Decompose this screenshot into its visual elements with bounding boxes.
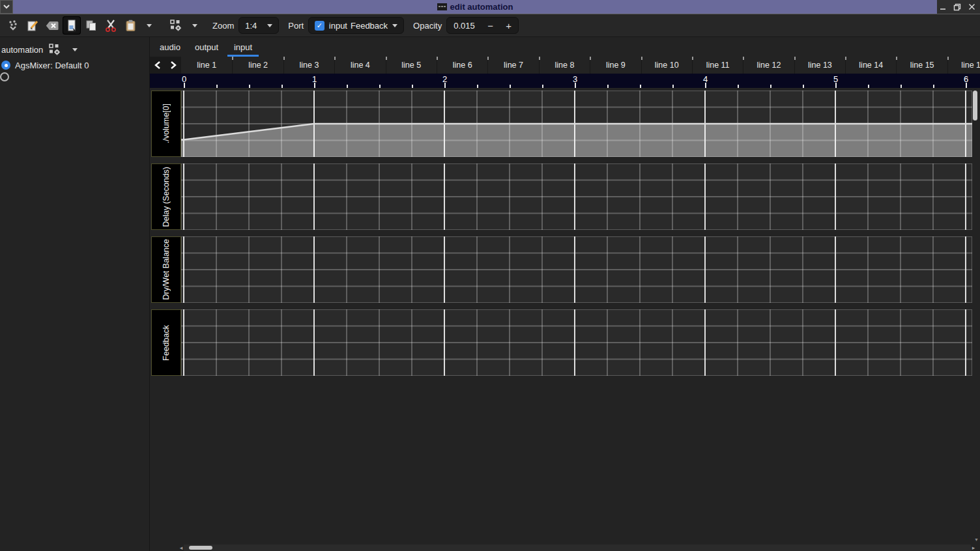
close-icon	[968, 3, 975, 10]
channel-tabs: audio output input	[150, 37, 980, 57]
chevron-down-icon	[267, 24, 272, 27]
tab-line-7[interactable]: line 7	[487, 57, 538, 74]
machine-radio-selected[interactable]	[1, 61, 10, 70]
automation-lanes: ./volume[0] Delay (Seconds) Dry/Wet Bala…	[150, 88, 980, 551]
tab-line-13[interactable]: line 13	[794, 57, 845, 74]
close-button[interactable]	[966, 1, 977, 13]
lane-delay-seconds: Delay (Seconds)	[151, 163, 972, 230]
toolbar: Zoom 1:4 Port ✓ input Feedback Opacity 0…	[0, 14, 980, 37]
position-tool-icon	[7, 20, 19, 31]
port-scope: input	[329, 21, 347, 31]
cut-tool-icon	[105, 20, 117, 32]
tab-line-15[interactable]: line 15	[896, 57, 947, 74]
tab-line-10[interactable]: line 10	[641, 57, 692, 74]
horizontal-scrollbar-track[interactable]	[184, 544, 971, 551]
paste-tool-icon	[125, 20, 136, 32]
tab-audio[interactable]: audio	[154, 37, 186, 57]
window-controls	[937, 0, 980, 14]
tab-line-3[interactable]: line 3	[283, 57, 334, 74]
machine-radio-row[interactable]	[0, 72, 149, 82]
zoom-combobox[interactable]: 1:4	[238, 17, 279, 34]
machine-sidebar: automation AgsMixer: Default 0	[0, 37, 150, 551]
maximize-button[interactable]	[951, 1, 963, 13]
machine-selector-icon[interactable]	[49, 44, 61, 56]
port-label: Port	[288, 21, 304, 31]
horizontal-scrollbar-thumb[interactable]	[189, 546, 212, 550]
machine-radio-row[interactable]: AgsMixer: Default 0	[1, 60, 149, 70]
tab-output[interactable]: output	[191, 37, 222, 57]
lane-grid-dry-wet-balance[interactable]	[181, 236, 972, 303]
zoom-label: Zoom	[212, 21, 234, 31]
machine-selector-button[interactable]	[167, 16, 185, 35]
chevron-right-icon	[170, 61, 177, 69]
paste-tool-button[interactable]	[121, 16, 139, 35]
tab-line-16[interactable]: line 16	[947, 57, 980, 74]
opacity-label: Opacity	[413, 21, 442, 31]
port-checkbox[interactable]: ✓	[315, 21, 324, 31]
ruler-number: 0	[182, 74, 186, 84]
machine-radio-unselected[interactable]	[0, 72, 9, 81]
copy-tool-icon	[85, 20, 97, 31]
position-tool-button[interactable]	[4, 16, 22, 35]
cut-tool-button[interactable]	[102, 16, 120, 35]
titlebar-drag-area[interactable]: edit automation	[13, 0, 937, 14]
machine-selector-icon	[170, 20, 182, 32]
lane-volume: ./volume[0]	[151, 91, 972, 157]
horizontal-scrollbar[interactable]: ◂ ▸	[179, 544, 976, 551]
select-tool-button[interactable]	[63, 16, 81, 35]
tab-line-4[interactable]: line 4	[334, 57, 385, 74]
chevron-down-icon	[192, 24, 197, 27]
tab-line-2[interactable]: line 2	[232, 57, 283, 74]
tab-line-12[interactable]: line 12	[743, 57, 794, 74]
titlebar: edit automation	[0, 0, 980, 14]
line-tabs-prev-button[interactable]	[150, 57, 166, 74]
tab-line-5[interactable]: line 5	[386, 57, 437, 74]
lane-label-feedback: Feedback	[151, 309, 181, 376]
port-name: Feedback	[351, 21, 388, 31]
machine-dropdown-button[interactable]	[72, 48, 78, 51]
chevron-down-icon	[3, 5, 10, 9]
tab-line-14[interactable]: line 14	[845, 57, 896, 74]
opacity-increment-button[interactable]: +	[500, 18, 518, 33]
window-title: edit automation	[450, 2, 513, 12]
lane-grid-delay-seconds[interactable]	[181, 163, 972, 230]
window-menu-button[interactable]	[0, 0, 13, 14]
tab-line-9[interactable]: line 9	[590, 57, 641, 74]
lane-dry-wet-balance: Dry/Wet Balance	[151, 236, 972, 303]
lane-grid-volume[interactable]	[181, 91, 972, 157]
ruler-number: 3	[573, 74, 577, 84]
opacity-value[interactable]: 0.015	[447, 21, 482, 31]
vertical-scrollbar[interactable]	[973, 91, 978, 543]
maximize-icon	[953, 3, 961, 11]
port-combobox[interactable]: ✓ input Feedback	[308, 17, 404, 34]
tab-line-6[interactable]: line 6	[437, 57, 487, 74]
automation-label: automation	[1, 45, 43, 55]
tab-line-1[interactable]: line 1	[181, 57, 232, 74]
scroll-down-arrow-icon[interactable]: ▼	[974, 537, 979, 542]
ruler-number: 4	[703, 74, 708, 84]
app-icon	[437, 3, 447, 10]
copy-tool-button[interactable]	[82, 16, 100, 35]
line-tab-bar: line 1 line 2 line 3 line 4 line 5 line …	[150, 57, 980, 74]
ruler-number: 5	[833, 74, 838, 84]
paste-options-button[interactable]	[143, 17, 155, 34]
ruler-number: 1	[312, 74, 317, 84]
minimize-button[interactable]	[937, 1, 949, 13]
scroll-left-arrow-icon[interactable]: ◂	[179, 544, 184, 551]
edit-tool-button[interactable]	[23, 16, 42, 35]
scroll-right-arrow-icon[interactable]: ▸	[971, 544, 976, 551]
tab-input[interactable]: input	[227, 37, 259, 57]
tab-line-11[interactable]: line 11	[692, 57, 743, 74]
machine-menu-button[interactable]	[189, 17, 201, 34]
vertical-scrollbar-thumb[interactable]	[973, 91, 977, 120]
line-tabs-next-button[interactable]	[166, 57, 181, 74]
opacity-decrement-button[interactable]: −	[482, 18, 500, 33]
tab-line-8[interactable]: line 8	[539, 57, 590, 74]
lane-grid-feedback[interactable]	[181, 309, 972, 376]
lane-label-dry-wet-balance: Dry/Wet Balance	[151, 236, 181, 303]
time-ruler[interactable]: 0123456	[150, 74, 980, 88]
clear-tool-button[interactable]	[43, 16, 61, 35]
chevron-down-icon	[147, 24, 152, 27]
ruler-number: 6	[964, 74, 968, 84]
automation-editor: audio output input line 1 line 2 line 3 …	[150, 37, 980, 551]
